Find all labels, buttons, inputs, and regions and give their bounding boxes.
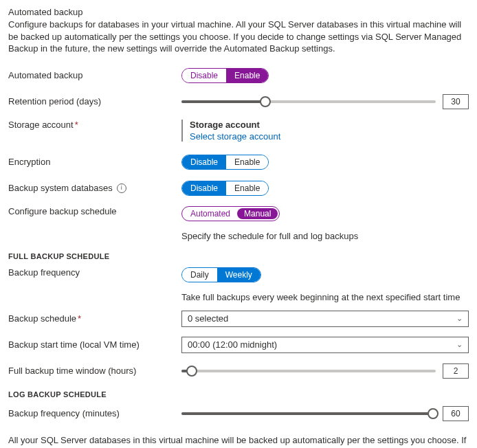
footer-description: All your SQL Server databases in this vi…: [8, 434, 469, 448]
backup-frequency-weekly[interactable]: Weekly: [217, 268, 260, 282]
chevron-down-icon: ⌄: [456, 340, 463, 349]
backup-frequency-toggle[interactable]: Daily Weekly: [181, 267, 261, 282]
full-backup-window-value[interactable]: 2: [443, 363, 469, 379]
info-icon[interactable]: i: [117, 183, 126, 193]
required-indicator: *: [78, 313, 81, 324]
encryption-label: Encryption: [8, 157, 181, 167]
required-indicator: *: [75, 120, 78, 130]
backup-schedule-dropdown[interactable]: 0 selected ⌄: [181, 311, 469, 327]
schedule-manual[interactable]: Manual: [237, 208, 278, 219]
backup-frequency-label: Backup frequency: [8, 267, 181, 278]
automated-backup-disable[interactable]: Disable: [182, 69, 226, 82]
configure-schedule-label: Configure backup schedule: [8, 206, 181, 216]
storage-account-title: Storage account: [190, 120, 280, 130]
schedule-automated[interactable]: Automated: [184, 208, 237, 219]
automated-backup-toggle[interactable]: Disable Enable: [181, 68, 269, 83]
retention-label: Retention period (days): [8, 96, 181, 107]
full-backup-schedule-heading: FULL BACKUP SCHEDULE: [8, 252, 469, 260]
automated-backup-enable[interactable]: Enable: [226, 69, 268, 82]
full-backup-window-slider[interactable]: [181, 364, 436, 378]
backup-system-db-disable[interactable]: Disable: [182, 181, 226, 195]
backup-frequency-hint: Take full backups every week beginning a…: [181, 292, 460, 302]
log-backup-frequency-label: Backup frequency (minutes): [8, 408, 181, 418]
storage-account-label: Storage account*: [8, 120, 181, 130]
backup-schedule-label: Backup schedule*: [8, 313, 181, 324]
retention-slider[interactable]: [181, 95, 436, 109]
backup-start-time-dropdown[interactable]: 00:00 (12:00 midnight) ⌄: [181, 337, 469, 353]
schedule-toggle[interactable]: Automated Manual: [181, 206, 280, 221]
schedule-hint: Specify the schedule for full and log ba…: [181, 231, 358, 241]
backup-system-db-toggle[interactable]: Disable Enable: [181, 181, 269, 196]
full-backup-window-label: Full backup time window (hours): [8, 366, 181, 376]
backup-start-time-label: Backup start time (local VM time): [8, 339, 181, 350]
chevron-down-icon: ⌄: [456, 314, 463, 323]
log-backup-frequency-value[interactable]: 60: [443, 406, 469, 421]
page-description: Configure backups for databases in your …: [8, 19, 469, 55]
log-backup-frequency-slider[interactable]: [181, 407, 436, 421]
backup-frequency-daily[interactable]: Daily: [182, 268, 217, 282]
backup-system-db-enable[interactable]: Enable: [226, 181, 268, 195]
retention-value[interactable]: 30: [443, 94, 469, 109]
page-title: Automated backup: [8, 7, 469, 17]
backup-schedule-value: 0 selected: [188, 313, 228, 324]
encryption-disable[interactable]: Disable: [182, 155, 226, 169]
backup-system-db-label: Backup system databases i: [8, 183, 181, 193]
encryption-toggle[interactable]: Disable Enable: [181, 155, 269, 170]
log-backup-schedule-heading: LOG BACKUP SCHEDULE: [8, 390, 469, 399]
backup-start-time-value: 00:00 (12:00 midnight): [188, 339, 277, 350]
select-storage-account-link[interactable]: Select storage account: [190, 131, 280, 142]
automated-backup-label: Automated backup: [8, 70, 181, 80]
encryption-enable[interactable]: Enable: [226, 155, 268, 169]
